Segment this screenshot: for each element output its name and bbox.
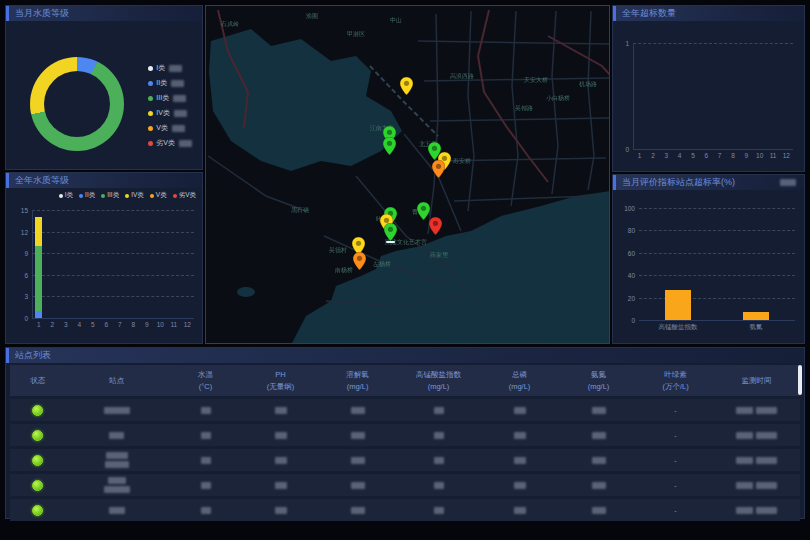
cell-value-redacted (480, 399, 559, 421)
y-axis-tick: 1 (625, 40, 629, 47)
rate-corner-tag-redacted[interactable] (780, 179, 796, 186)
x-axis-tick: 3 (665, 152, 669, 159)
gridline (633, 149, 793, 150)
x-axis-tick: 9 (145, 321, 149, 328)
legend-item[interactable]: IV类 (148, 108, 192, 118)
map-place-label: 中山 (390, 16, 402, 25)
bar-segment-IV类[interactable] (35, 217, 42, 246)
panel-title-year-quality: 全年水质等级 (6, 173, 202, 188)
x-axis-tick: 11 (770, 152, 777, 159)
table-row[interactable]: - (10, 399, 800, 421)
x-axis-tick: 6 (104, 321, 108, 328)
redacted-text (514, 407, 526, 414)
status-dot-normal (32, 505, 43, 516)
pin-selection-underline (386, 241, 395, 243)
redacted-text (736, 507, 753, 514)
legend-item[interactable]: IV类 (125, 191, 144, 200)
cell-value-redacted (243, 474, 318, 496)
y-axis-tick: 3 (24, 293, 28, 300)
table-row[interactable]: - (10, 424, 800, 446)
status-dot-normal (32, 480, 43, 491)
cell-value-redacted (559, 449, 638, 471)
redacted-text (351, 457, 365, 464)
redacted-text (434, 457, 444, 464)
map-station-pin[interactable] (432, 160, 445, 178)
gridline (32, 275, 194, 276)
legend-dot-icon (59, 194, 63, 198)
table-row[interactable]: - (10, 499, 800, 521)
legend-item[interactable]: III类 (101, 191, 119, 200)
redacted-text (592, 407, 606, 414)
donut-chart (30, 57, 124, 151)
legend-item[interactable]: I类 (59, 191, 73, 200)
map-station-pin[interactable] (384, 223, 397, 241)
redacted-text (592, 507, 606, 514)
redacted-text (275, 407, 287, 414)
table-header-cell: 高锰酸盐指数(mg/L) (397, 365, 480, 396)
cell-station-redacted (65, 449, 168, 471)
redacted-text (756, 507, 777, 514)
cell-value-redacted (243, 424, 318, 446)
map-base (206, 6, 610, 344)
cell-value-redacted (397, 474, 480, 496)
legend-item[interactable]: V类 (148, 123, 192, 133)
map-place-label: 南杨桥 (335, 266, 353, 275)
y-axis-tick: 100 (624, 205, 635, 212)
table-row[interactable]: - (10, 449, 800, 471)
redacted-text (592, 482, 606, 489)
legend-item[interactable]: 劣V类 (173, 191, 196, 200)
legend-item[interactable]: V类 (150, 191, 167, 200)
map-station-pin[interactable] (353, 252, 366, 270)
redacted-text (275, 507, 287, 514)
gridline (32, 232, 194, 233)
cell-status (10, 399, 65, 421)
legend-item[interactable]: I类 (148, 63, 192, 73)
redacted-text (351, 482, 365, 489)
redacted-text (434, 407, 444, 414)
gridline (639, 275, 795, 276)
cell-value-redacted (397, 399, 480, 421)
map-place-label: 渔圈 (306, 12, 318, 21)
legend-item[interactable]: 劣V类 (148, 138, 192, 148)
map-place-label: 石戍岭 (221, 20, 239, 29)
cell-time-redacted (713, 474, 800, 496)
map-station-pin[interactable] (383, 137, 396, 155)
x-axis-tick: 8 (731, 152, 735, 159)
table-header-cell: 状态 (10, 365, 65, 396)
map[interactable]: 石戍岭渔圈中山甲港区高浪西路天安大桥机场路小白杨桥吴都路江南大学北五所寿安桥青林… (205, 5, 610, 344)
legend-dot-icon (150, 194, 154, 198)
y-axis-tick: 40 (628, 272, 635, 279)
table-header-cell: PH(无量纲) (243, 365, 318, 396)
cell-station-redacted (65, 474, 168, 496)
x-axis-tick: 1 (37, 321, 41, 328)
map-station-pin[interactable] (400, 77, 413, 95)
redacted-text (514, 432, 526, 439)
map-station-pin[interactable] (429, 217, 442, 235)
x-axis-tick: 5 (691, 152, 695, 159)
table-scrollbar[interactable] (798, 365, 802, 395)
cell-time-redacted (713, 399, 800, 421)
panel-title-month-quality: 当月水质等级 (6, 6, 202, 21)
redacted-text (201, 457, 211, 464)
panel-title-station-table: 站点列表 (6, 348, 804, 363)
year-stacked-bar-chart: 03691215123456789101112 (32, 210, 194, 318)
redacted-text (514, 482, 526, 489)
cell-value-redacted (480, 424, 559, 446)
rate-bar-氨氮[interactable] (743, 312, 769, 320)
rate-bar-高锰酸盐指数[interactable] (665, 290, 691, 320)
legend-item[interactable]: II类 (79, 191, 95, 200)
cell-chlorophyll: - (638, 424, 713, 446)
legend-item[interactable]: III类 (148, 93, 192, 103)
redacted-text (736, 432, 753, 439)
legend-item[interactable]: II类 (148, 78, 192, 88)
map-place-label: 天安大桥 (524, 76, 548, 85)
cell-value-redacted (318, 449, 397, 471)
table-row[interactable]: - (10, 474, 800, 496)
y-axis-tick: 12 (21, 228, 28, 235)
redacted-text (109, 432, 124, 439)
legend-dot-icon (79, 194, 83, 198)
bar-segment-III类[interactable] (35, 246, 42, 311)
bar-segment-II类[interactable] (35, 311, 42, 318)
redacted-text (106, 452, 128, 459)
redacted-text (275, 482, 287, 489)
